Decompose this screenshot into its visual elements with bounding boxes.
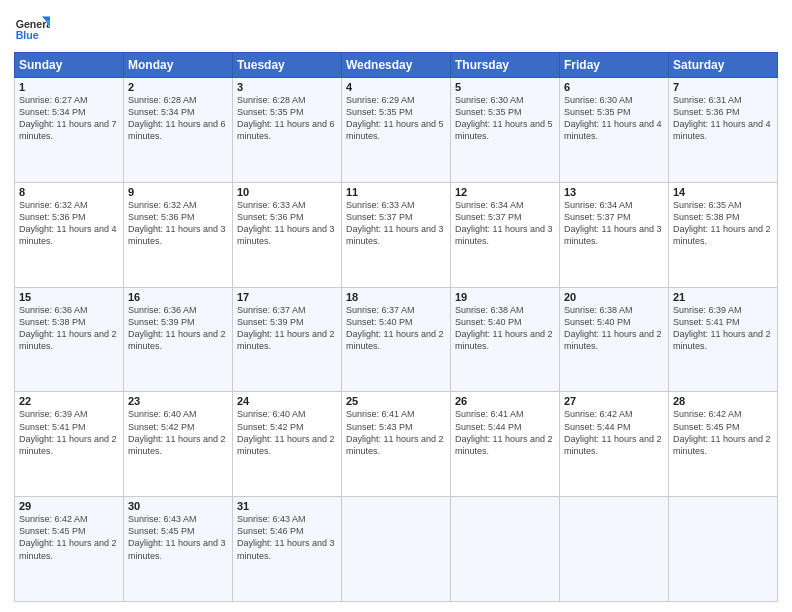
day-number: 17 [237, 291, 337, 303]
calendar-cell: 23Sunrise: 6:40 AMSunset: 5:42 PMDayligh… [124, 392, 233, 497]
day-info: Sunrise: 6:43 AMSunset: 5:45 PMDaylight:… [128, 513, 228, 562]
day-info: Sunrise: 6:29 AMSunset: 5:35 PMDaylight:… [346, 94, 446, 143]
calendar-cell: 21Sunrise: 6:39 AMSunset: 5:41 PMDayligh… [669, 287, 778, 392]
svg-text:General: General [16, 18, 50, 30]
day-number: 23 [128, 395, 228, 407]
day-info: Sunrise: 6:40 AMSunset: 5:42 PMDaylight:… [237, 408, 337, 457]
day-info: Sunrise: 6:33 AMSunset: 5:36 PMDaylight:… [237, 199, 337, 248]
day-info: Sunrise: 6:31 AMSunset: 5:36 PMDaylight:… [673, 94, 773, 143]
calendar-cell: 17Sunrise: 6:37 AMSunset: 5:39 PMDayligh… [233, 287, 342, 392]
day-number: 19 [455, 291, 555, 303]
calendar-cell: 16Sunrise: 6:36 AMSunset: 5:39 PMDayligh… [124, 287, 233, 392]
calendar-cell: 28Sunrise: 6:42 AMSunset: 5:45 PMDayligh… [669, 392, 778, 497]
calendar-cell: 13Sunrise: 6:34 AMSunset: 5:37 PMDayligh… [560, 182, 669, 287]
day-info: Sunrise: 6:37 AMSunset: 5:40 PMDaylight:… [346, 304, 446, 353]
svg-text:Blue: Blue [16, 29, 39, 41]
calendar-cell: 14Sunrise: 6:35 AMSunset: 5:38 PMDayligh… [669, 182, 778, 287]
calendar-cell: 25Sunrise: 6:41 AMSunset: 5:43 PMDayligh… [342, 392, 451, 497]
calendar-cell: 7Sunrise: 6:31 AMSunset: 5:36 PMDaylight… [669, 78, 778, 183]
day-number: 6 [564, 81, 664, 93]
day-info: Sunrise: 6:28 AMSunset: 5:35 PMDaylight:… [237, 94, 337, 143]
weekday-header: Saturday [669, 53, 778, 78]
day-info: Sunrise: 6:41 AMSunset: 5:44 PMDaylight:… [455, 408, 555, 457]
day-number: 9 [128, 186, 228, 198]
weekday-header: Thursday [451, 53, 560, 78]
day-number: 7 [673, 81, 773, 93]
weekday-header: Sunday [15, 53, 124, 78]
calendar-row: 22Sunrise: 6:39 AMSunset: 5:41 PMDayligh… [15, 392, 778, 497]
day-number: 30 [128, 500, 228, 512]
calendar-header: SundayMondayTuesdayWednesdayThursdayFrid… [15, 53, 778, 78]
day-info: Sunrise: 6:34 AMSunset: 5:37 PMDaylight:… [564, 199, 664, 248]
calendar-cell: 18Sunrise: 6:37 AMSunset: 5:40 PMDayligh… [342, 287, 451, 392]
day-number: 11 [346, 186, 446, 198]
day-number: 12 [455, 186, 555, 198]
day-info: Sunrise: 6:39 AMSunset: 5:41 PMDaylight:… [19, 408, 119, 457]
day-number: 13 [564, 186, 664, 198]
weekday-header: Monday [124, 53, 233, 78]
calendar-cell: 30Sunrise: 6:43 AMSunset: 5:45 PMDayligh… [124, 497, 233, 602]
day-number: 14 [673, 186, 773, 198]
day-info: Sunrise: 6:28 AMSunset: 5:34 PMDaylight:… [128, 94, 228, 143]
calendar-row: 15Sunrise: 6:36 AMSunset: 5:38 PMDayligh… [15, 287, 778, 392]
header: General Blue [14, 10, 778, 46]
weekday-header: Friday [560, 53, 669, 78]
weekday-header: Wednesday [342, 53, 451, 78]
calendar-cell: 29Sunrise: 6:42 AMSunset: 5:45 PMDayligh… [15, 497, 124, 602]
calendar-cell: 26Sunrise: 6:41 AMSunset: 5:44 PMDayligh… [451, 392, 560, 497]
day-number: 18 [346, 291, 446, 303]
day-info: Sunrise: 6:43 AMSunset: 5:46 PMDaylight:… [237, 513, 337, 562]
calendar-cell: 6Sunrise: 6:30 AMSunset: 5:35 PMDaylight… [560, 78, 669, 183]
weekday-header: Tuesday [233, 53, 342, 78]
calendar-table: SundayMondayTuesdayWednesdayThursdayFrid… [14, 52, 778, 602]
day-number: 28 [673, 395, 773, 407]
day-info: Sunrise: 6:42 AMSunset: 5:44 PMDaylight:… [564, 408, 664, 457]
calendar-row: 8Sunrise: 6:32 AMSunset: 5:36 PMDaylight… [15, 182, 778, 287]
day-number: 15 [19, 291, 119, 303]
day-number: 10 [237, 186, 337, 198]
calendar-body: 1Sunrise: 6:27 AMSunset: 5:34 PMDaylight… [15, 78, 778, 602]
logo: General Blue [14, 10, 50, 46]
calendar-cell [560, 497, 669, 602]
calendar-cell: 10Sunrise: 6:33 AMSunset: 5:36 PMDayligh… [233, 182, 342, 287]
page: General Blue SundayMondayTuesdayWednesda… [0, 0, 792, 612]
day-info: Sunrise: 6:27 AMSunset: 5:34 PMDaylight:… [19, 94, 119, 143]
day-info: Sunrise: 6:36 AMSunset: 5:39 PMDaylight:… [128, 304, 228, 353]
day-number: 25 [346, 395, 446, 407]
day-info: Sunrise: 6:36 AMSunset: 5:38 PMDaylight:… [19, 304, 119, 353]
calendar-cell [342, 497, 451, 602]
day-number: 22 [19, 395, 119, 407]
day-info: Sunrise: 6:37 AMSunset: 5:39 PMDaylight:… [237, 304, 337, 353]
day-info: Sunrise: 6:39 AMSunset: 5:41 PMDaylight:… [673, 304, 773, 353]
calendar-cell: 4Sunrise: 6:29 AMSunset: 5:35 PMDaylight… [342, 78, 451, 183]
calendar-cell: 5Sunrise: 6:30 AMSunset: 5:35 PMDaylight… [451, 78, 560, 183]
logo-icon: General Blue [14, 10, 50, 46]
day-number: 16 [128, 291, 228, 303]
calendar-cell: 20Sunrise: 6:38 AMSunset: 5:40 PMDayligh… [560, 287, 669, 392]
day-info: Sunrise: 6:38 AMSunset: 5:40 PMDaylight:… [564, 304, 664, 353]
calendar-row: 1Sunrise: 6:27 AMSunset: 5:34 PMDaylight… [15, 78, 778, 183]
day-number: 21 [673, 291, 773, 303]
calendar-cell: 12Sunrise: 6:34 AMSunset: 5:37 PMDayligh… [451, 182, 560, 287]
day-number: 1 [19, 81, 119, 93]
day-info: Sunrise: 6:42 AMSunset: 5:45 PMDaylight:… [673, 408, 773, 457]
day-info: Sunrise: 6:41 AMSunset: 5:43 PMDaylight:… [346, 408, 446, 457]
day-number: 2 [128, 81, 228, 93]
day-number: 29 [19, 500, 119, 512]
calendar-row: 29Sunrise: 6:42 AMSunset: 5:45 PMDayligh… [15, 497, 778, 602]
day-info: Sunrise: 6:35 AMSunset: 5:38 PMDaylight:… [673, 199, 773, 248]
calendar-cell: 8Sunrise: 6:32 AMSunset: 5:36 PMDaylight… [15, 182, 124, 287]
day-number: 4 [346, 81, 446, 93]
day-number: 20 [564, 291, 664, 303]
day-number: 8 [19, 186, 119, 198]
day-info: Sunrise: 6:32 AMSunset: 5:36 PMDaylight:… [128, 199, 228, 248]
day-info: Sunrise: 6:38 AMSunset: 5:40 PMDaylight:… [455, 304, 555, 353]
calendar-cell: 22Sunrise: 6:39 AMSunset: 5:41 PMDayligh… [15, 392, 124, 497]
calendar-cell: 2Sunrise: 6:28 AMSunset: 5:34 PMDaylight… [124, 78, 233, 183]
calendar-cell: 19Sunrise: 6:38 AMSunset: 5:40 PMDayligh… [451, 287, 560, 392]
day-info: Sunrise: 6:32 AMSunset: 5:36 PMDaylight:… [19, 199, 119, 248]
day-number: 31 [237, 500, 337, 512]
day-number: 24 [237, 395, 337, 407]
day-number: 5 [455, 81, 555, 93]
day-info: Sunrise: 6:30 AMSunset: 5:35 PMDaylight:… [564, 94, 664, 143]
